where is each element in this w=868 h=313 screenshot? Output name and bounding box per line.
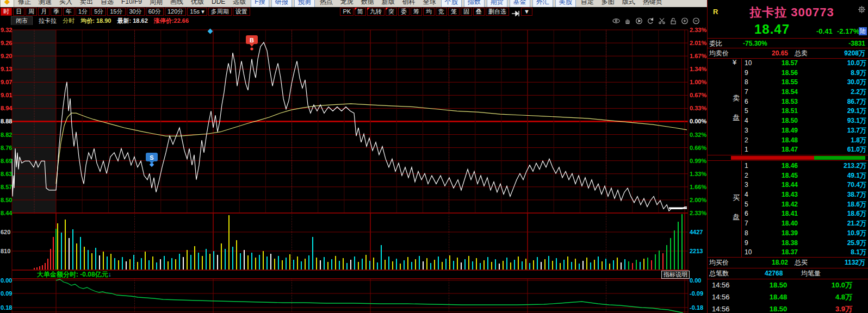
period-button-30分[interactable]: 30分: [127, 8, 145, 16]
menu-item-指数[interactable]: 指数: [464, 0, 485, 7]
chart-mode-label: 分时: [63, 17, 75, 24]
buy-level-row[interactable]: 818.3910.9万: [741, 229, 868, 239]
menu-item-DDE[interactable]: DDE: [208, 0, 229, 7]
avg-sell-row: 均卖价 20.65 总卖 9208万: [708, 48, 868, 58]
mini-button-删自选[interactable]: 删自选: [486, 8, 509, 16]
menu-item-画线[interactable]: 画线: [166, 0, 187, 7]
menu-item-数据[interactable]: 数据: [357, 0, 378, 7]
sell-level-row[interactable]: 118.4761.0万: [741, 145, 868, 155]
period-button-15s ▾[interactable]: 15s ▾: [187, 8, 207, 16]
menu-item-热点[interactable]: 热点: [316, 0, 337, 7]
tick-time: 14:56: [708, 291, 753, 303]
sell-level-row[interactable]: 318.4913.7万: [741, 126, 868, 136]
mini-button-叠[interactable]: 叠: [473, 8, 485, 16]
period-button-季[interactable]: 季: [51, 8, 62, 16]
sell-level-row[interactable]: 818.5530.0万: [741, 78, 868, 87]
menu-item-卖出[interactable]: 卖出: [76, 0, 97, 7]
period-button-年[interactable]: 年: [63, 8, 75, 16]
menu-item-自选[interactable]: 自选: [97, 0, 117, 7]
menu-item-F10/F9[interactable]: F10/F9: [117, 0, 146, 7]
period-button-15分[interactable]: 15分: [107, 8, 125, 16]
period-button-1分[interactable]: 1分: [76, 8, 90, 16]
buy-level-row[interactable]: 218.4549.1万: [741, 171, 868, 181]
menu-item-优版[interactable]: 优版: [187, 0, 208, 7]
period-button-5分[interactable]: 5分: [91, 8, 106, 16]
period-button-时[interactable]: 时: [1, 8, 12, 16]
menu-item-测速[interactable]: 测速: [35, 0, 55, 7]
menu-item-新版[interactable]: 新版: [378, 0, 399, 7]
menu-item-修正[interactable]: 修正: [14, 0, 35, 7]
buy-level-row[interactable]: 918.3825.9万: [741, 239, 868, 248]
sell-level-row[interactable]: 518.5129.1万: [741, 107, 868, 116]
menu-item-龙虎[interactable]: 龙虎: [337, 0, 357, 7]
menu-item-多图[interactable]: 多图: [598, 0, 618, 7]
gear-icon[interactable]: [858, 5, 866, 16]
period-button-设置[interactable]: 设置: [233, 8, 250, 16]
menu-item-F搜[interactable]: F搜: [251, 0, 269, 7]
level-amount: 29.1万: [819, 107, 868, 116]
indicator-help-button[interactable]: 指标说明: [661, 271, 690, 279]
mini-button-PK[interactable]: PK: [340, 8, 354, 16]
period-button-日[interactable]: 日: [13, 8, 24, 16]
menu-item-版式[interactable]: 版式: [618, 0, 639, 7]
sell-level-row[interactable]: 218.481.8万: [741, 136, 868, 146]
mini-button-简[interactable]: 简: [355, 8, 366, 16]
sell-level-row[interactable]: 918.568.9万: [741, 68, 868, 78]
sell-level-row[interactable]: 718.542.2万: [741, 87, 868, 97]
buy-level-row[interactable]: 418.4338.7万: [741, 190, 868, 200]
buy-level-row[interactable]: 1018.378.1万: [741, 248, 868, 258]
menu-item-自定[interactable]: 自定: [577, 0, 598, 7]
chart-toolbar-icons: [612, 17, 705, 24]
mini-button-突[interactable]: 突: [386, 8, 397, 16]
mini-button-均[interactable]: 均: [423, 8, 435, 16]
menu-item-远版[interactable]: 远版: [229, 0, 250, 7]
tick-time: 14:56: [708, 303, 753, 313]
menu-item-外汇[interactable]: 外汇: [532, 0, 553, 7]
sell-level-row[interactable]: 418.5093.1万: [741, 116, 868, 126]
mini-button-委[interactable]: 委: [398, 8, 410, 16]
level-amount: 2.2万: [819, 87, 868, 97]
menu-item-创科[interactable]: 创科: [399, 0, 419, 7]
menu-item-美股[interactable]: 美股: [555, 0, 576, 7]
mini-button-笼[interactable]: 笼: [448, 8, 460, 16]
diamond-marker: [208, 29, 213, 34]
indicator-label: 大单金额分时: -0.08亿元↓: [37, 270, 111, 279]
level-index: 7: [741, 219, 761, 229]
level-price: 18.46: [761, 161, 819, 171]
menu-item-全球[interactable]: 全球: [419, 0, 440, 7]
menu-item-基金[interactable]: 基金: [510, 0, 530, 7]
menu-item-期货[interactable]: 期货: [487, 0, 507, 7]
mini-button-固[interactable]: 固: [461, 8, 472, 16]
buy-level-row[interactable]: 718.4021.2万: [741, 219, 868, 229]
level-index: 1: [741, 145, 761, 155]
buy-level-row[interactable]: 118.46213.2万: [741, 161, 868, 171]
period-button-120分[interactable]: 120分: [165, 8, 186, 16]
sell-level-row[interactable]: 618.5386.7万: [741, 97, 868, 107]
menu-item-周期[interactable]: 周期: [146, 0, 166, 7]
market-status-badge: 闭市: [11, 16, 33, 25]
buy-level-row[interactable]: 518.4218.6万: [741, 200, 868, 210]
tick-price: 18.48: [753, 291, 803, 303]
menu-item-热键页[interactable]: 热键页: [639, 0, 666, 7]
period-button-月[interactable]: 月: [38, 8, 49, 16]
chart-area[interactable]: BS 9.329.269.209.139.079.018.948.888.828…: [0, 24, 707, 313]
mini-button-竞[interactable]: 竞: [436, 8, 447, 16]
menu-item-研报[interactable]: 研报: [271, 0, 292, 7]
mini-button-九转[interactable]: 九转: [367, 8, 385, 16]
level-price: 18.51: [761, 107, 819, 116]
period-button-60分[interactable]: 60分: [146, 8, 164, 16]
sell-level-row[interactable]: 1018.5710.0万: [741, 59, 868, 68]
menu-item-预测[interactable]: 预测: [294, 0, 315, 7]
buy-level-row[interactable]: 618.4118.6万: [741, 209, 868, 219]
period-button-周[interactable]: 周: [26, 8, 37, 16]
level-index: 8: [741, 229, 761, 239]
level-index: 3: [741, 180, 761, 190]
period-button-多周期[interactable]: 多周期: [208, 8, 232, 16]
buy-level-row[interactable]: 318.4470.4万: [741, 180, 868, 190]
menu-item-个股[interactable]: 个股: [441, 0, 462, 7]
mini-button-筹[interactable]: 筹: [411, 8, 422, 16]
totals-row: 总笔数 42768 均笔量: [708, 268, 868, 278]
dropdown-caret-button[interactable]: ▼: [521, 8, 532, 16]
menu-item-买入[interactable]: 买入: [55, 0, 76, 7]
diamond-icon[interactable]: ◆: [0, 0, 14, 7]
